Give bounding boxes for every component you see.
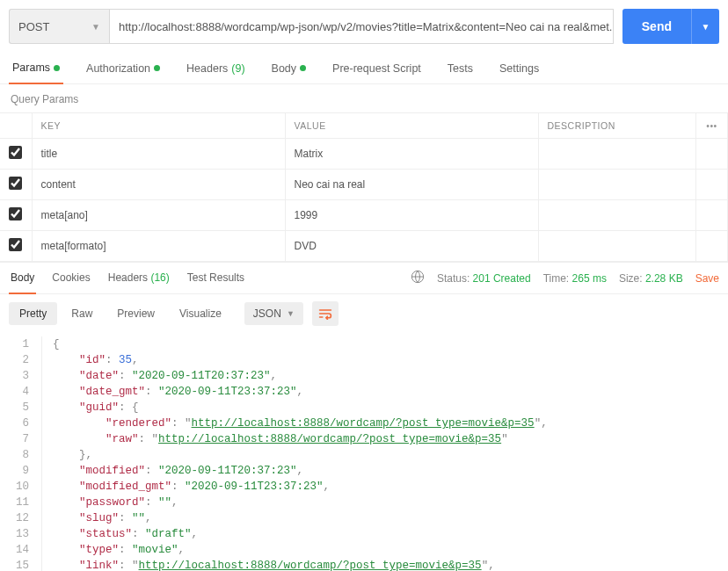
line-number: 5 — [0, 400, 29, 416]
code-line: "raw": "http://localhost:8888/wordcamp/?… — [53, 431, 548, 447]
view-mode-preview[interactable]: Preview — [106, 302, 165, 325]
line-number: 7 — [0, 431, 29, 447]
view-mode-visualize[interactable]: Visualize — [169, 302, 232, 325]
request-tab-pre-request-script[interactable]: Pre-request Script — [329, 54, 425, 83]
code-line: "type": "movie", — [53, 542, 548, 558]
code-line: "modified_gmt": "2020-09-11T23:37:23", — [53, 479, 548, 495]
save-response-button[interactable]: Save — [695, 272, 719, 285]
view-mode-raw[interactable]: Raw — [61, 302, 103, 325]
param-description-cell[interactable] — [538, 139, 696, 170]
code-line: "link": "http://localhost:8888/wordcamp/… — [53, 558, 548, 571]
param-value-cell[interactable]: 1999 — [285, 200, 538, 231]
param-row: contentNeo cai na real — [0, 170, 728, 200]
request-tab-settings[interactable]: Settings — [496, 54, 542, 83]
response-tab-headers[interactable]: Headers (16) — [106, 263, 171, 293]
format-select[interactable]: JSON ▼ — [244, 302, 303, 325]
col-description: DESCRIPTION — [538, 113, 696, 139]
status-meta: Status: 201 Created — [437, 272, 531, 285]
param-row: meta[formato]DVD — [0, 231, 728, 262]
code-line: "status": "draft", — [53, 526, 548, 542]
wrap-lines-button[interactable] — [312, 301, 339, 326]
line-number: 4 — [0, 384, 29, 400]
code-line: "modified": "2020-09-11T20:37:23", — [53, 463, 548, 479]
code-line: "rendered": "http://localhost:8888/wordc… — [53, 416, 548, 431]
table-menu-icon[interactable]: ••• — [696, 113, 728, 139]
active-dot-icon — [54, 65, 60, 71]
send-button[interactable]: Send — [622, 9, 691, 44]
request-tab-params[interactable]: Params — [9, 53, 63, 84]
line-number: 3 — [0, 368, 29, 384]
tab-count: (16) — [150, 271, 169, 284]
request-tab-authorization[interactable]: Authorization — [83, 54, 164, 83]
param-description-cell[interactable] — [538, 231, 696, 262]
response-tab-cookies[interactable]: Cookies — [50, 263, 91, 293]
param-checkbox[interactable] — [9, 177, 22, 190]
param-checkbox[interactable] — [9, 146, 22, 159]
size-meta: Size: 2.28 KB — [619, 272, 683, 285]
param-key-cell[interactable]: meta[ano] — [32, 200, 285, 231]
chevron-down-icon: ▼ — [287, 309, 295, 318]
code-line: "guid": { — [53, 400, 548, 416]
param-description-cell[interactable] — [538, 170, 696, 200]
query-params-table: KEY VALUE DESCRIPTION ••• titleMatrixcon… — [0, 112, 728, 262]
http-method-label: POST — [18, 20, 49, 33]
globe-icon[interactable] — [411, 270, 425, 286]
chevron-down-icon: ▼ — [91, 22, 100, 32]
code-line: "date_gmt": "2020-09-11T23:37:23", — [53, 384, 548, 400]
param-description-cell[interactable] — [538, 200, 696, 231]
query-params-heading: Query Params — [0, 84, 728, 112]
line-number: 10 — [0, 479, 29, 495]
line-number: 6 — [0, 416, 29, 431]
line-number: 1 — [0, 336, 29, 352]
line-number: 9 — [0, 463, 29, 479]
param-value-cell[interactable]: DVD — [285, 231, 538, 262]
view-mode-pretty[interactable]: Pretty — [9, 302, 57, 325]
tab-count: (9) — [231, 62, 244, 75]
request-tab-body[interactable]: Body — [268, 54, 310, 83]
param-row: meta[ano]1999 — [0, 200, 728, 231]
send-dropdown-button[interactable]: ▼ — [691, 9, 719, 44]
param-checkbox[interactable] — [9, 207, 22, 220]
col-key: KEY — [32, 113, 285, 139]
response-tab-body[interactable]: Body — [9, 263, 36, 294]
active-dot-icon — [154, 65, 160, 71]
http-method-select[interactable]: POST ▼ — [9, 9, 109, 44]
param-row: titleMatrix — [0, 139, 728, 170]
code-line: { — [53, 336, 548, 352]
code-line: "slug": "", — [53, 510, 548, 526]
code-line: "id": 35, — [53, 352, 548, 368]
line-number: 12 — [0, 510, 29, 526]
param-checkbox[interactable] — [9, 238, 22, 251]
response-tab-test-results[interactable]: Test Results — [186, 263, 246, 293]
param-value-cell[interactable]: Matrix — [285, 139, 538, 170]
format-label: JSON — [253, 307, 281, 320]
time-meta: Time: 265 ms — [543, 272, 607, 285]
url-input[interactable]: http://localhost:8888/wordcamp/wp-json/w… — [109, 9, 614, 44]
request-tab-headers[interactable]: Headers (9) — [183, 54, 249, 83]
active-dot-icon — [300, 65, 306, 71]
param-key-cell[interactable]: meta[formato] — [32, 231, 285, 262]
col-value: VALUE — [285, 113, 538, 139]
code-line: "password": "", — [53, 495, 548, 510]
line-number: 15 — [0, 558, 29, 571]
request-tab-tests[interactable]: Tests — [444, 54, 477, 83]
code-line: }, — [53, 447, 548, 463]
line-number: 8 — [0, 447, 29, 463]
line-number: 11 — [0, 495, 29, 510]
url-text: http://localhost:8888/wordcamp/wp-json/w… — [119, 20, 614, 33]
param-value-cell[interactable]: Neo cai na real — [285, 170, 538, 200]
param-key-cell[interactable]: title — [32, 139, 285, 170]
code-line: "date": "2020-09-11T20:37:23", — [53, 368, 548, 384]
line-number: 14 — [0, 542, 29, 558]
param-key-cell[interactable]: content — [32, 170, 285, 200]
line-number: 2 — [0, 352, 29, 368]
line-number: 13 — [0, 526, 29, 542]
